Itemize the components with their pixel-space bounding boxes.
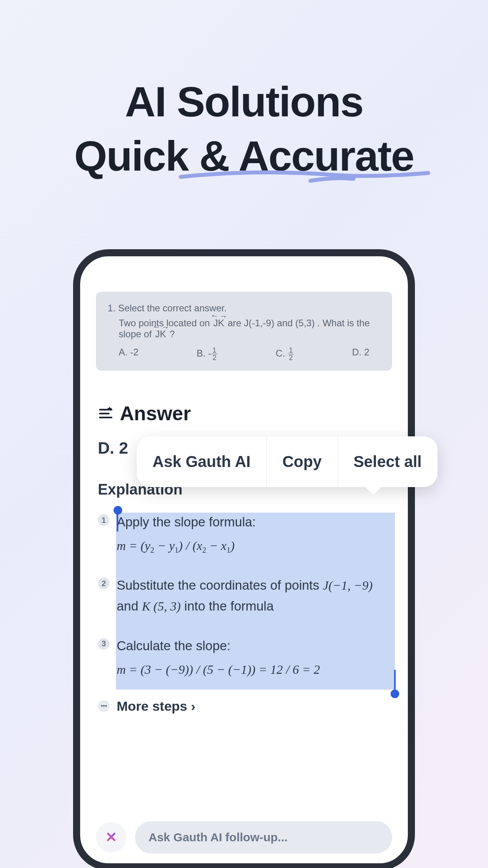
logo-icon: ✕: [105, 829, 117, 846]
step-3: 3 Calculate the slope: m = (3 − (−9)) / …: [98, 636, 390, 680]
question-text: Two points located on JK are J(-1,-9) an…: [119, 318, 380, 340]
step-content: Apply the slope formula: m = (y2 − y1) /…: [117, 512, 256, 556]
app-logo[interactable]: ✕: [96, 822, 127, 853]
step-number: 1: [98, 514, 110, 526]
follow-up-input[interactable]: Ask Gauth AI follow-up...: [135, 821, 392, 853]
question-options: A. -2 B. -12 C. 12 D. 2: [108, 347, 380, 361]
more-icon: •••: [98, 700, 110, 712]
option-a[interactable]: A. -2: [119, 347, 139, 361]
selection-handle-end[interactable]: [391, 690, 399, 698]
answer-icon: [98, 406, 114, 421]
underline-decoration-icon: [177, 165, 436, 189]
question-prompt: 1. Select the correct answer.: [108, 303, 380, 314]
ask-gauth-ai-button[interactable]: Ask Gauth AI: [137, 436, 267, 487]
more-steps-label: More steps ›: [117, 699, 195, 714]
select-all-button[interactable]: Select all: [338, 436, 438, 487]
step-content: Calculate the slope: m = (3 − (−9)) / (5…: [117, 636, 320, 680]
step-number: 3: [98, 638, 110, 650]
steps-container: 1 Apply the slope formula: m = (y2 − y1)…: [98, 512, 390, 680]
step-content: Substitute the coordinates of points J(−…: [117, 575, 390, 617]
option-b[interactable]: B. -12: [196, 347, 217, 361]
option-d[interactable]: D. 2: [352, 347, 369, 361]
selection-bar-end: [394, 670, 396, 690]
option-c[interactable]: C. 12: [276, 347, 294, 361]
more-steps-button[interactable]: ••• More steps ›: [98, 699, 390, 714]
context-menu: Ask Gauth AI Copy Select all: [137, 436, 438, 487]
step-number: 2: [98, 577, 110, 589]
jk-symbol: JK: [154, 329, 167, 340]
phone-frame: 1. Select the correct answer. Two points…: [73, 249, 415, 868]
bottom-bar: ✕ Ask Gauth AI follow-up...: [96, 821, 392, 853]
step-1: 1 Apply the slope formula: m = (y2 − y1)…: [98, 512, 390, 556]
headline: AI Solutions Quick & Accurate: [0, 0, 488, 183]
phone-content: 1. Select the correct answer. Two points…: [80, 256, 408, 863]
jk-symbol: JK: [213, 318, 225, 329]
step-2: 2 Substitute the coordinates of points J…: [98, 575, 390, 617]
question-card: 1. Select the correct answer. Two points…: [96, 292, 392, 371]
formula: m = (y2 − y1) / (x2 − x1): [117, 536, 256, 556]
formula: m = (3 − (−9)) / (5 − (−1)) = 12 / 6 = 2: [117, 660, 320, 680]
answer-header: Answer: [98, 402, 390, 425]
selection-bar-start: [117, 513, 118, 531]
headline-line1: AI Solutions: [125, 78, 363, 125]
copy-button[interactable]: Copy: [267, 436, 338, 487]
answer-title: Answer: [120, 402, 191, 425]
